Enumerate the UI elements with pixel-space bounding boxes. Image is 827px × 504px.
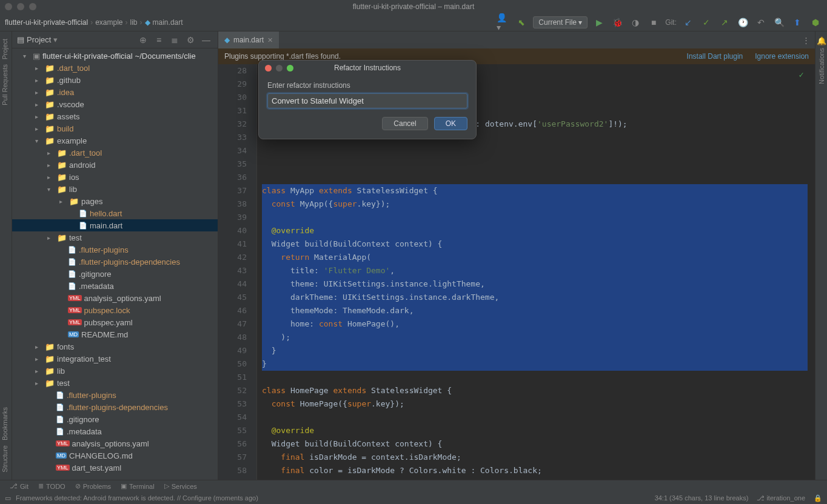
line-number[interactable]: 31: [218, 104, 247, 118]
shield-icon[interactable]: ⬢: [809, 16, 822, 29]
code-line[interactable]: }: [262, 344, 808, 357]
line-number[interactable]: 29: [218, 78, 247, 91]
code-line[interactable]: const HomePage({super.key});: [262, 397, 808, 411]
tree-item[interactable]: ▸📁.idea: [12, 86, 218, 98]
line-number[interactable]: 28: [218, 64, 247, 78]
tree-item[interactable]: YMLanalysis_options.yaml: [12, 437, 218, 449]
tree-item[interactable]: 📄main.dart: [12, 219, 218, 231]
git-revert-icon[interactable]: ↶: [754, 16, 768, 29]
tree-item[interactable]: 📄.flutter-plugins: [12, 389, 218, 401]
tree-item[interactable]: ▾📁lib: [12, 183, 218, 195]
tree-item[interactable]: ▸📁.vscode: [12, 98, 218, 110]
code-line[interactable]: return MaterialApp(: [262, 251, 808, 264]
code-line[interactable]: class MyApp extends StatelessWidget {: [262, 184, 808, 197]
tree-item[interactable]: 📄.metadata: [12, 280, 218, 292]
structure-tool-button[interactable]: Structure: [0, 443, 10, 475]
line-number[interactable]: 45: [218, 291, 247, 304]
line-number[interactable]: 52: [218, 384, 247, 397]
collapse-all-icon[interactable]: ≣: [168, 33, 181, 47]
git-history-icon[interactable]: 🕐: [736, 16, 749, 29]
notifications-icon[interactable]: 🔔: [817, 36, 826, 45]
code-line[interactable]: home: const HomePage(),: [262, 317, 808, 331]
line-number[interactable]: 34: [218, 144, 247, 158]
stop-icon[interactable]: ■: [647, 16, 660, 29]
tree-item[interactable]: ▾📁example: [12, 134, 218, 147]
line-number[interactable]: 37: [218, 184, 247, 197]
tree-item[interactable]: ▸📁integration_test: [12, 353, 218, 365]
file-tab[interactable]: ◆ main.dart ✕: [218, 31, 279, 48]
tree-item[interactable]: ▸📁android: [12, 159, 218, 171]
tree-item[interactable]: ▸📁pages: [12, 195, 218, 207]
tree-item[interactable]: MDREADME.md: [12, 328, 218, 340]
code-line[interactable]: class HomePage extends StatelessWidget {: [262, 384, 808, 397]
tree-item[interactable]: 📄hello.dart: [12, 207, 218, 219]
code-line[interactable]: [262, 411, 808, 424]
git-push-icon[interactable]: ↗: [718, 16, 731, 29]
tree-expand-arrow[interactable]: ▸: [47, 162, 55, 168]
pull-requests-tool-button[interactable]: Pull Requests: [0, 62, 10, 108]
notifications-tool-button[interactable]: Notifications: [817, 45, 826, 87]
tree-expand-arrow[interactable]: ▸: [35, 368, 42, 374]
tree-expand-arrow[interactable]: ▸: [35, 77, 42, 84]
minimize-window-icon[interactable]: [17, 3, 24, 10]
line-number[interactable]: 53: [218, 397, 247, 411]
tree-item[interactable]: 📄.flutter-plugins-dependencies: [12, 401, 218, 413]
ok-button[interactable]: OK: [434, 117, 467, 130]
code-line[interactable]: @override: [262, 424, 808, 437]
line-number[interactable]: 43: [218, 264, 247, 277]
breadcrumb-root[interactable]: flutter-ui-kit-private-official: [5, 18, 88, 27]
gear-icon[interactable]: ⚙: [184, 33, 197, 47]
line-number[interactable]: 36: [218, 171, 247, 184]
project-tree[interactable]: ▾ ▣ flutter-ui-kit-private-official ~/Do…: [12, 48, 218, 480]
line-number[interactable]: 47: [218, 317, 247, 331]
tree-expand-arrow[interactable]: ▾: [47, 186, 55, 193]
code-line[interactable]: [262, 158, 808, 171]
bookmarks-tool-button[interactable]: Bookmarks: [0, 405, 10, 443]
tree-item[interactable]: 📄.gitignore: [12, 268, 218, 280]
code-line[interactable]: [262, 211, 808, 224]
tree-root[interactable]: ▾ ▣ flutter-ui-kit-private-official ~/Do…: [12, 50, 218, 62]
close-tab-icon[interactable]: ✕: [267, 36, 273, 44]
code-line[interactable]: @override: [262, 224, 808, 237]
dialog-window-controls[interactable]: [265, 65, 293, 71]
close-window-icon[interactable]: [5, 3, 12, 10]
line-number[interactable]: 49: [218, 344, 247, 357]
close-icon[interactable]: [265, 65, 272, 71]
select-opened-icon[interactable]: ⊕: [136, 33, 150, 47]
line-number[interactable]: 44: [218, 277, 247, 291]
line-number[interactable]: 35: [218, 158, 247, 171]
run-config-select[interactable]: Current File ▾: [533, 16, 588, 28]
line-number[interactable]: 57: [218, 451, 247, 464]
event-log-icon[interactable]: ▭: [5, 494, 11, 502]
services-tool-button[interactable]: ▷Services: [159, 482, 202, 490]
code-line[interactable]: darkTheme: UIKitSettings.instance.darkTh…: [262, 291, 808, 304]
coverage-icon[interactable]: ◑: [629, 16, 642, 29]
line-number[interactable]: 42: [218, 251, 247, 264]
todo-tool-button[interactable]: ≣TODO: [33, 482, 70, 490]
line-number[interactable]: 55: [218, 424, 247, 437]
window-controls[interactable]: [5, 3, 36, 10]
line-number[interactable]: 33: [218, 131, 247, 144]
tree-item[interactable]: ▸📁assets: [12, 110, 218, 122]
ignore-extension-link[interactable]: Ignore extension: [755, 52, 809, 61]
tree-expand-arrow[interactable]: ▸: [35, 356, 42, 362]
code-line[interactable]: Widget build(BuildContext context) {: [262, 437, 808, 451]
tree-item[interactable]: YMLanalysis_options.yaml: [12, 292, 218, 304]
refactor-instructions-input[interactable]: [267, 93, 467, 108]
tree-item[interactable]: YMLpubspec.yaml: [12, 316, 218, 328]
tree-expand-arrow[interactable]: ▸: [59, 198, 67, 205]
tree-expand-arrow[interactable]: ▸: [35, 113, 42, 120]
tree-item[interactable]: ▸📁build: [12, 122, 218, 134]
line-number[interactable]: 46: [218, 304, 247, 317]
breadcrumb-file[interactable]: main.dart: [153, 18, 183, 27]
code-line[interactable]: theme: UIKitSettings.instance.lightTheme…: [262, 277, 808, 291]
tree-item[interactable]: ▸📁test: [12, 231, 218, 244]
line-number[interactable]: 30: [218, 91, 247, 104]
tree-item[interactable]: 📄.metadata: [12, 425, 218, 437]
tree-expand-arrow[interactable]: ▸: [35, 65, 42, 71]
chevron-down-icon[interactable]: ▾: [53, 35, 58, 44]
search-icon[interactable]: 🔍: [772, 16, 786, 29]
expand-all-icon[interactable]: ≡: [152, 33, 166, 47]
line-number[interactable]: 58: [218, 464, 247, 477]
add-user-icon[interactable]: 👤▾: [497, 16, 510, 29]
